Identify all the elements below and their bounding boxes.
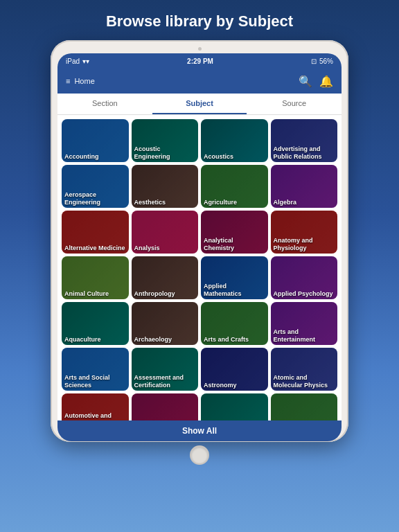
subject-item-7[interactable]: Algebra: [271, 165, 338, 208]
subject-label: Arts and Entertainment: [271, 326, 338, 346]
subject-item-20[interactable]: Arts and Social Sciences: [62, 348, 129, 391]
subjects-grid-container: AccountingAcoustic EngineeringAcousticsA…: [57, 115, 342, 420]
subject-label: Archaeology: [132, 334, 199, 346]
status-right: ⊡ 56%: [311, 57, 333, 65]
subject-item-18[interactable]: Arts and Crafts: [201, 302, 268, 345]
ipad-frame: iPad ▾▾ 2:29 PM ⊡ 56% ≡ Home 🔍 🔔 Section…: [51, 40, 348, 442]
subject-label: Advertising and Public Relations: [271, 143, 338, 163]
subject-item-14[interactable]: Applied Mathematics: [201, 256, 268, 299]
subject-item-2[interactable]: Acoustics: [201, 119, 268, 162]
home-button[interactable]: [190, 445, 209, 465]
show-all-bar[interactable]: Show All: [57, 420, 342, 441]
subject-item-26[interactable]: Bibliography: [201, 393, 268, 420]
subject-item-22[interactable]: Astronomy: [201, 348, 268, 391]
subject-label: Automotive and Transportation Engineerin…: [62, 410, 129, 420]
subject-label: Analytical Chemistry: [201, 235, 268, 254]
subject-item-24[interactable]: Automotive and Transportation Engineerin…: [62, 393, 129, 420]
subject-item-1[interactable]: Acoustic Engineering: [132, 119, 199, 162]
subject-label: Aquaculture: [62, 334, 129, 346]
subject-item-15[interactable]: Applied Psychology: [271, 256, 338, 299]
subjects-grid: AccountingAcoustic EngineeringAcousticsA…: [62, 119, 337, 420]
subject-label: Behavioural Sciences: [132, 418, 199, 421]
subject-label: Aerospace Engineering: [62, 189, 129, 209]
battery-level: 56%: [319, 57, 333, 65]
status-bar: iPad ▾▾ 2:29 PM ⊡ 56%: [57, 53, 342, 69]
subject-item-23[interactable]: Atomic and Molecular Physics: [271, 348, 338, 391]
tab-section[interactable]: Section: [57, 94, 152, 114]
subject-item-10[interactable]: Analytical Chemistry: [201, 211, 268, 254]
search-icon[interactable]: 🔍: [299, 75, 312, 88]
camera-dot: [198, 47, 202, 51]
subject-item-8[interactable]: Alternative Medicine: [62, 211, 129, 254]
subject-label: Anthropology: [132, 288, 199, 300]
home-button-area: [57, 441, 342, 468]
subject-item-17[interactable]: Archaeology: [132, 302, 199, 345]
tabs-bar: Section Subject Source: [57, 94, 342, 115]
subject-label: Astronomy: [201, 380, 268, 391]
bell-icon[interactable]: 🔔: [319, 75, 333, 88]
subject-item-4[interactable]: Aerospace Engineering: [62, 165, 129, 208]
subject-label: Arts and Crafts: [201, 334, 268, 346]
subject-label: Analysis: [132, 242, 199, 254]
hamburger-icon[interactable]: ≡: [66, 77, 70, 85]
nav-right: 🔍 🔔: [299, 75, 333, 88]
nav-left[interactable]: ≡ Home: [66, 77, 95, 85]
subject-label: Animal Culture: [62, 288, 129, 300]
subject-label: Accounting: [62, 151, 129, 163]
subject-item-13[interactable]: Anthropology: [132, 256, 199, 299]
wifi-icon: ▾▾: [82, 57, 89, 65]
subject-label: Atomic and Molecular Physics: [271, 372, 338, 391]
subject-item-16[interactable]: Aquaculture: [62, 302, 129, 345]
subject-item-11[interactable]: Anatomy and Physiology: [271, 211, 338, 254]
subject-label: Anatomy and Physiology: [271, 235, 338, 254]
subject-overlay: [132, 393, 199, 420]
subject-overlay: [201, 393, 268, 420]
tab-source[interactable]: Source: [247, 94, 342, 114]
subject-item-27[interactable]: Biotechnology: [271, 393, 338, 420]
subject-item-19[interactable]: Arts and Entertainment: [271, 302, 338, 345]
wifi-status-icon: ⊡: [311, 57, 317, 65]
status-time: 2:29 PM: [187, 57, 213, 65]
subject-item-25[interactable]: Behavioural Sciences: [132, 393, 199, 420]
tab-subject[interactable]: Subject: [152, 94, 247, 114]
subject-item-12[interactable]: Animal Culture: [62, 256, 129, 299]
subject-label: Algebra: [271, 197, 338, 209]
subject-label: Assessment and Certification: [132, 372, 199, 391]
nav-bar: ≡ Home 🔍 🔔: [57, 69, 342, 94]
ipad-screen: iPad ▾▾ 2:29 PM ⊡ 56% ≡ Home 🔍 🔔 Section…: [57, 53, 342, 441]
subject-overlay: [271, 393, 338, 420]
subject-label: Acoustic Engineering: [132, 143, 199, 163]
subject-label: Aesthetics: [132, 197, 199, 209]
subject-label: Applied Psychology: [271, 288, 338, 300]
status-left: iPad ▾▾: [66, 57, 89, 65]
subject-label: Acoustics: [201, 151, 268, 163]
page-title: Browse library by Subject: [92, 0, 307, 40]
subject-label: Agriculture: [201, 197, 268, 209]
subject-item-3[interactable]: Advertising and Public Relations: [271, 119, 338, 162]
subject-label: Arts and Social Sciences: [62, 372, 129, 391]
subject-label: Applied Mathematics: [201, 281, 268, 300]
nav-title: Home: [74, 77, 94, 85]
subject-item-21[interactable]: Assessment and Certification: [132, 348, 199, 391]
subject-item-5[interactable]: Aesthetics: [132, 165, 199, 208]
subject-item-0[interactable]: Accounting: [62, 119, 129, 162]
subject-label: Alternative Medicine: [62, 242, 129, 254]
ipad-label: iPad: [66, 57, 80, 65]
subject-item-6[interactable]: Agriculture: [201, 165, 268, 208]
subject-item-9[interactable]: Analysis: [132, 211, 199, 254]
